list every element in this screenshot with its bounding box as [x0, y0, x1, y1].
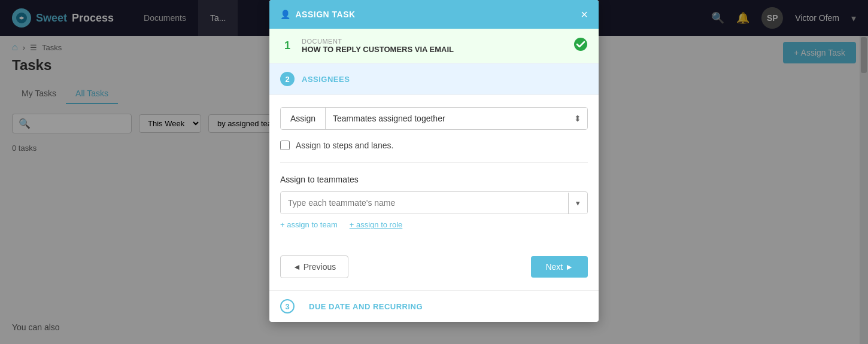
step-1-number: 1 — [280, 39, 295, 53]
assign-select[interactable]: Teammates assigned together Teammates as… — [326, 108, 587, 129]
checkbox-row: Assign to steps and lanes. — [280, 141, 588, 163]
assign-task-modal: 👤 ASSIGN TASK × 1 DOCUMENT HOW TO REPLY … — [269, 0, 599, 322]
step-1-value: HOW TO REPLY CUSTOMERS VIA EMAIL — [302, 45, 454, 54]
modal-close-button[interactable]: × — [581, 8, 588, 20]
next-button[interactable]: Next ► — [531, 256, 588, 278]
teammate-dropdown-button[interactable]: ▾ — [568, 193, 587, 214]
svg-point-1 — [574, 38, 587, 51]
step-3-row: 3 DUE DATE AND RECURRING — [269, 290, 599, 322]
step-2-content: ASSIGNEES — [302, 75, 350, 84]
previous-button[interactable]: ◄ Previous — [280, 255, 348, 278]
assign-row: Assign Teammates assigned together Teamm… — [280, 107, 588, 130]
step-1-content: DOCUMENT HOW TO REPLY CUSTOMERS VIA EMAI… — [302, 38, 454, 54]
step-1-check — [573, 37, 588, 54]
step-1-label: DOCUMENT — [302, 38, 454, 45]
assign-to-role-link[interactable]: + assign to role — [350, 220, 403, 229]
teammates-section-label: Assign to teammates — [280, 175, 588, 184]
teammate-input-wrapper: ▾ — [280, 191, 588, 214]
step-3-value: DUE DATE AND RECURRING — [309, 302, 423, 311]
step-2-row: 2 ASSIGNEES — [269, 63, 599, 95]
assign-label-button[interactable]: Assign — [281, 108, 326, 129]
step-3-number: 3 — [280, 299, 295, 313]
modal-header: 👤 ASSIGN TASK × — [269, 0, 599, 29]
steps-lanes-label[interactable]: Assign to steps and lanes. — [296, 141, 393, 150]
modal-body: Assign Teammates assigned together Teamm… — [269, 95, 599, 255]
person-icon: 👤 — [280, 10, 291, 19]
step-2-value: ASSIGNEES — [302, 75, 350, 84]
assign-to-team-link[interactable]: + assign to team — [280, 220, 338, 229]
teammate-input[interactable] — [281, 192, 568, 214]
steps-lanes-checkbox[interactable] — [280, 141, 290, 150]
modal-title: 👤 ASSIGN TASK — [280, 10, 356, 19]
assign-select-wrapper: Teammates assigned together Teammates as… — [326, 108, 587, 129]
step-1-row: 1 DOCUMENT HOW TO REPLY CUSTOMERS VIA EM… — [269, 29, 599, 63]
quick-assign-row: + assign to team + assign to role — [280, 220, 588, 229]
modal-footer: ◄ Previous Next ► — [269, 255, 599, 290]
step-2-number: 2 — [280, 72, 295, 86]
